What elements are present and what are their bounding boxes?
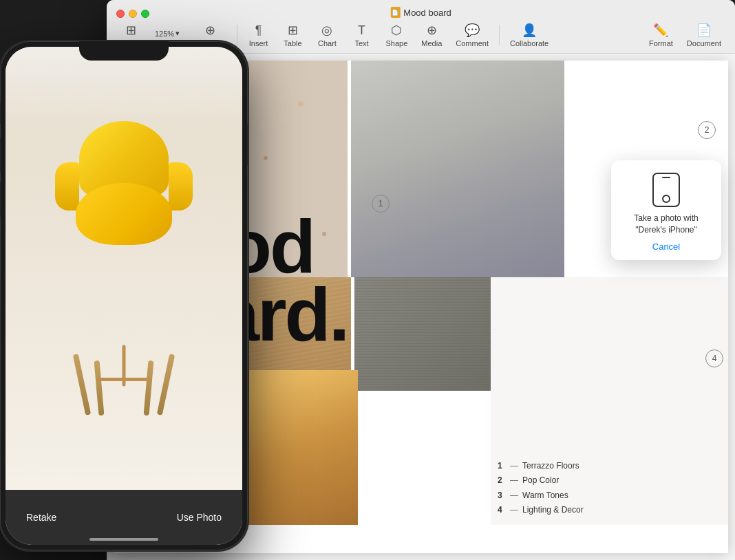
comment-label: Comment: [456, 39, 489, 47]
document-toolbar-icon: 📄: [696, 23, 712, 38]
retake-button[interactable]: Retake: [26, 512, 56, 523]
items-list: 1 — Terrazzo Floors 2 — Pop Color 3 —: [498, 459, 584, 518]
media-icon: ⊕: [427, 23, 437, 38]
media-label: Media: [421, 39, 442, 47]
toolbar-table[interactable]: ⊞ Table: [275, 20, 310, 50]
popup-text: Take a photo with"Derek's iPhone": [634, 213, 698, 236]
toolbar-collaborate[interactable]: 👤 Collaborate: [503, 20, 555, 50]
iphone-device: Retake Use Photo: [0, 41, 248, 550]
iphone-bottom-bar: Retake Use Photo: [6, 490, 242, 545]
zoom-chevron-icon: ▾: [175, 29, 180, 38]
toolbar-divider-2: [499, 25, 500, 45]
table-label: Table: [284, 39, 301, 47]
document-icon: 📄: [390, 7, 400, 18]
table-icon: ⊞: [288, 23, 298, 38]
window-title-text: Mood board: [403, 8, 451, 18]
item-2-label: Pop Color: [522, 473, 559, 488]
toolbar-shape[interactable]: ⬡ Shape: [379, 20, 414, 50]
iphone-notch: [79, 41, 169, 61]
iphone-side-button-right[interactable]: [247, 124, 248, 165]
shape-icon: ⬡: [391, 23, 402, 38]
use-photo-button[interactable]: Use Photo: [177, 512, 222, 523]
iphone-photo-preview: [6, 47, 242, 490]
iphone-side-button-vol-up[interactable]: [0, 138, 1, 172]
shape-label: Shape: [385, 39, 407, 47]
comment-icon: 💬: [465, 23, 480, 38]
chart-icon: ◎: [321, 23, 332, 38]
chair-leg-4: [144, 360, 154, 415]
iphone-photo-popup: Take a photo with"Derek's iPhone" Cancel: [611, 160, 721, 260]
insert-label: Insert: [249, 39, 268, 47]
iphone-body: Retake Use Photo: [0, 41, 248, 550]
minimize-button[interactable]: [129, 10, 137, 18]
chair-arm-left: [55, 162, 79, 211]
chair-seat: [76, 183, 172, 245]
toolbar-comment[interactable]: 💬 Comment: [449, 20, 496, 50]
close-button[interactable]: [116, 10, 125, 18]
toolbar-chart[interactable]: ◎ Chart: [310, 20, 344, 50]
iphone-screen: Retake Use Photo: [6, 47, 242, 545]
fullscreen-button[interactable]: [141, 10, 149, 18]
item-3-num: 3: [498, 488, 506, 504]
toolbar-document[interactable]: 📄 Document: [680, 20, 728, 50]
item-4-num: 4: [498, 503, 506, 518]
list-item: 2 — Pop Color: [498, 473, 584, 488]
chair-leg-3: [94, 360, 105, 415]
text-label: Text: [354, 39, 368, 47]
collaborate-label: Collaborate: [510, 39, 548, 47]
collaborate-icon: 👤: [522, 23, 537, 38]
item-1-num: 1: [498, 459, 506, 474]
chair-leg-1: [73, 354, 92, 416]
traffic-lights: [116, 10, 149, 18]
page-number-2: 2: [698, 121, 716, 139]
item-2-num: 2: [498, 473, 506, 488]
document-label: Document: [687, 39, 721, 47]
page-number-1: 1: [372, 195, 390, 213]
toolbar-media[interactable]: ⊕ Media: [414, 20, 449, 50]
iphone-side-button-mute[interactable]: [0, 103, 1, 124]
zoom-value: 125%: [155, 30, 174, 38]
add-page-icon: ⊕: [205, 23, 215, 38]
chart-label: Chart: [318, 39, 337, 47]
format-icon: ✏️: [653, 23, 668, 38]
text-icon: T: [358, 23, 365, 38]
list-item: 4 — Lighting & Decor: [498, 503, 584, 518]
item-3-label: Warm Tones: [522, 488, 568, 504]
chair-leg-2: [157, 354, 175, 416]
item-4-label: Lighting & Decor: [522, 503, 584, 518]
insert-icon: ¶: [255, 23, 262, 38]
iphone-side-button-vol-down[interactable]: [0, 182, 1, 217]
iphone-home-indicator: [89, 538, 158, 541]
window-title: 📄 Mood board: [390, 7, 451, 18]
list-item: 1 — Terrazzo Floors: [498, 459, 584, 474]
list-item: 3 — Warm Tones: [498, 488, 584, 504]
toolbar-text[interactable]: T Text: [344, 21, 379, 50]
format-label: Format: [649, 39, 673, 47]
crossbar-2: [122, 345, 125, 386]
item-1-label: Terrazzo Floors: [522, 459, 579, 474]
view-icon: ⊞: [126, 23, 136, 38]
popup-cancel-button[interactable]: Cancel: [652, 241, 680, 252]
chair-photo: [23, 80, 224, 456]
page-number-4: 4: [705, 349, 723, 367]
phone-icon: [652, 173, 680, 207]
toolbar-format[interactable]: ✏️ Format: [642, 20, 680, 50]
chair-arm-right: [169, 162, 193, 211]
